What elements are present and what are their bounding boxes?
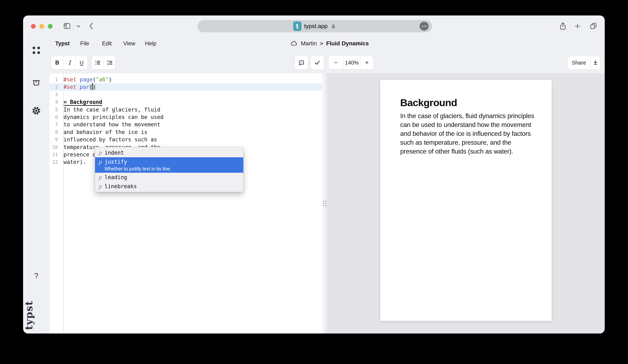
code-segment: page [79,76,92,83]
menu-item-edit[interactable]: Edit [102,40,112,47]
code-line[interactable]: 1#set page("a6") [50,76,322,83]
tab-overview-button[interactable] [589,22,598,30]
list-group: 1 2 [91,56,116,70]
code-segment: = Background [64,99,102,105]
share-window-button[interactable] [559,22,567,31]
close-window-button[interactable] [31,24,36,29]
option-kind: p [98,174,104,180]
url-text: typst.app [304,23,328,29]
line-number: 6 [50,113,61,121]
zoom-out-button[interactable]: − [328,56,343,70]
check-button[interactable] [311,56,324,70]
line-number: 9 [50,136,61,143]
autocomplete-popup: pindentpjustifyWhether to justify text i… [95,147,243,192]
line-number: 12 [50,158,61,166]
line-number: 1 [50,76,61,83]
bullet-list-button[interactable] [91,56,103,70]
menu-item-file[interactable]: File [80,40,89,47]
code-segment [77,76,80,83]
numbered-list-button[interactable]: 1 2 [103,56,115,70]
preview-pane[interactable]: Background In the case of glaciers, flui… [327,73,605,334]
code-line[interactable]: 6dynamics principles can be used [50,113,322,121]
sidebar-options-button[interactable] [76,24,81,29]
share-button[interactable]: Share [568,56,590,70]
option-description: Whether to justify text in its line. [104,166,171,172]
lock-icon [330,23,336,30]
main-area: 1#set page("a6")2#set par()34= Backgroun… [23,73,605,334]
zoom-group: − 140% + [328,56,374,70]
svg-text:1: 1 [107,60,109,63]
tabs-icon [589,22,598,30]
line-number: 11 [50,151,61,158]
comment-button[interactable] [295,56,308,70]
code-segment: dynamics principles can be used [64,114,163,120]
option-kind: p [98,159,104,165]
page-settings-button[interactable] [420,22,429,31]
zoom-level[interactable]: 140% [343,56,360,70]
underline-button[interactable]: U [76,56,88,70]
autocomplete-option[interactable]: plinebreaks [95,182,243,191]
code-segment: influenced by factors such as [64,137,157,143]
code-line[interactable]: 5In the case of glaciers, fluid [50,106,322,113]
code-segment: water). [64,159,86,165]
bullet-list-icon [94,59,101,66]
back-icon [88,21,95,31]
breadcrumb: Martin > Fluid Dynamics [290,40,369,47]
fullscreen-window-button[interactable] [48,24,53,29]
cloud-icon [290,40,298,47]
menu-item-help[interactable]: Help [145,40,157,47]
toolbar: B I U 1 2 [23,52,605,73]
zoom-in-button[interactable]: + [360,56,373,70]
italic-button[interactable]: I [63,56,76,70]
menu-item-view[interactable]: View [123,40,135,47]
code-line[interactable]: 8and behavior of the ice is [50,128,322,136]
code-segment [77,84,80,90]
chevron-down-icon [76,24,81,29]
back-button[interactable] [88,21,95,31]
autocomplete-option[interactable]: pleading [95,173,243,182]
chrome-divider [73,22,74,30]
download-button[interactable] [590,56,600,70]
breadcrumb-workspace[interactable]: Martin [301,40,317,47]
code-line[interactable]: 3 [50,91,322,98]
code-line[interactable]: 2#set par() [50,83,322,91]
code-segment: to understand how the movement [64,121,160,128]
code-line[interactable]: 7to understand how the movement [50,121,322,128]
autocomplete-option[interactable]: pjustifyWhether to justify text in its l… [95,157,243,173]
site-favicon: t [293,21,302,31]
code-line[interactable]: 9influenced by factors such as [50,136,322,143]
plus-icon [574,23,581,29]
code-segment: In the case of glaciers, fluid [64,107,160,113]
menu-item-typst[interactable]: Typst [55,40,70,47]
code-segment: #set [64,84,77,90]
text-style-group: B I U [51,56,88,70]
apps-grid-button[interactable] [23,47,50,54]
autocomplete-option[interactable]: pindent [95,148,243,157]
line-number: 3 [50,91,61,98]
minimize-window-button[interactable] [39,24,44,29]
code-segment: ) [109,76,112,83]
sidebar-toggle-button[interactable] [63,22,71,30]
line-number: 7 [50,121,61,128]
document-paragraph: In the case of glaciers, fluid dynamics … [400,112,536,156]
line-number: 5 [50,106,61,113]
line-number: 8 [50,128,61,136]
document-heading: Background [400,97,534,108]
check-group [310,56,324,70]
code-segment: #set [64,76,77,83]
browser-chrome: t typst.app [23,15,605,37]
share-icon [559,22,567,31]
screenshot-canvas: t typst.app [0,0,628,364]
pane-resizer[interactable] [322,73,327,334]
line-number: 10 [50,144,61,151]
code-editor[interactable]: 1#set page("a6")2#set par()34= Backgroun… [50,73,322,334]
bold-button[interactable]: B [51,56,63,70]
url-bar[interactable]: t typst.app [198,20,432,32]
document-page: Background In the case of glaciers, flui… [380,80,552,321]
breadcrumb-document-title[interactable]: Fluid Dynamics [326,40,369,47]
check-icon [314,59,321,66]
code-line[interactable]: 4= Background [50,98,322,106]
dots-grid-icon [33,47,40,54]
browser-window: t typst.app [23,15,605,334]
new-tab-button[interactable] [574,23,581,29]
